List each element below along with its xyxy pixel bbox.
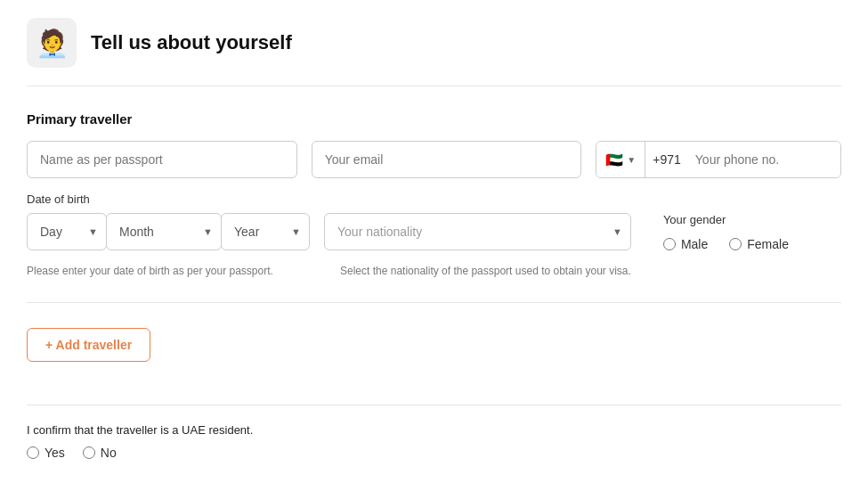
year-select-wrapper: Year ▼ xyxy=(222,213,310,250)
dob-selects-row: Day ▼ Month ▼ Year xyxy=(27,213,631,250)
uae-yes-label: Yes xyxy=(45,446,65,460)
month-select-wrapper: Month ▼ xyxy=(107,213,222,250)
avatar-emoji: 🧑‍💼 xyxy=(36,28,69,59)
gender-female-option[interactable]: Female xyxy=(729,237,789,251)
gender-male-option[interactable]: Male xyxy=(663,237,708,251)
uae-yes-option[interactable]: Yes xyxy=(27,446,65,460)
gender-female-label: Female xyxy=(747,237,789,251)
gender-male-label: Male xyxy=(681,237,708,251)
section-divider xyxy=(27,302,841,303)
year-select[interactable]: Year xyxy=(221,213,310,250)
phone-field-wrapper: 🇦🇪 ▼ +971 xyxy=(596,141,841,178)
uae-yes-radio[interactable] xyxy=(27,446,39,459)
section-title: Primary traveller xyxy=(27,111,841,127)
uae-confirm-section: I confirm that the traveller is a UAE re… xyxy=(27,423,841,460)
primary-traveller-section: Primary traveller 🇦🇪 ▼ +971 Date of birt… xyxy=(27,111,841,277)
phone-flag-selector[interactable]: 🇦🇪 ▼ xyxy=(596,142,645,177)
gender-male-radio[interactable] xyxy=(663,238,676,250)
uae-no-label: No xyxy=(101,446,117,460)
nationality-select-wrapper: Your nationality ▼ xyxy=(324,213,631,250)
phone-code: +971 xyxy=(645,152,688,167)
gender-section: Your gender Male Female xyxy=(663,213,841,251)
avatar: 🧑‍💼 xyxy=(27,18,77,68)
dob-label: Date of birth xyxy=(27,192,841,206)
confirm-options: Yes No xyxy=(27,446,841,460)
nationality-hint: Select the nationality of the passport u… xyxy=(340,265,631,277)
page-header: 🧑‍💼 Tell us about yourself xyxy=(27,18,841,86)
bottom-divider xyxy=(27,405,841,405)
uae-no-option[interactable]: No xyxy=(83,446,117,460)
gender-options: Male Female xyxy=(663,233,841,251)
phone-input[interactable] xyxy=(688,142,841,177)
flag-chevron-icon: ▼ xyxy=(627,155,636,165)
dob-nationality-gender-inputs: Day ▼ Month ▼ Year xyxy=(27,213,841,277)
dob-hint: Please enter your date of birth as per y… xyxy=(27,265,285,277)
flag-emoji: 🇦🇪 xyxy=(605,151,623,168)
uae-no-radio[interactable] xyxy=(83,446,95,459)
name-input[interactable] xyxy=(27,141,297,178)
nationality-select[interactable]: Your nationality xyxy=(324,213,631,250)
month-select[interactable]: Month xyxy=(106,213,222,250)
email-input[interactable] xyxy=(312,141,582,178)
dob-block: Day ▼ Month ▼ Year xyxy=(27,213,631,277)
bottom-section: + Add traveller I confirm that the trave… xyxy=(27,328,841,483)
dob-nationality-gender-row: Date of birth Day ▼ Month xyxy=(27,192,841,277)
gender-label: Your gender xyxy=(663,213,841,226)
add-traveller-label: + Add traveller xyxy=(45,338,132,352)
day-select-wrapper: Day ▼ xyxy=(27,213,107,250)
day-select[interactable]: Day xyxy=(27,213,107,250)
page-title: Tell us about yourself xyxy=(91,31,292,54)
gender-female-radio[interactable] xyxy=(729,238,742,250)
hints-row: Please enter your date of birth as per y… xyxy=(27,258,631,277)
add-traveller-button[interactable]: + Add traveller xyxy=(27,328,150,362)
confirm-text: I confirm that the traveller is a UAE re… xyxy=(27,423,841,437)
name-email-phone-row: 🇦🇪 ▼ +971 xyxy=(27,141,841,178)
